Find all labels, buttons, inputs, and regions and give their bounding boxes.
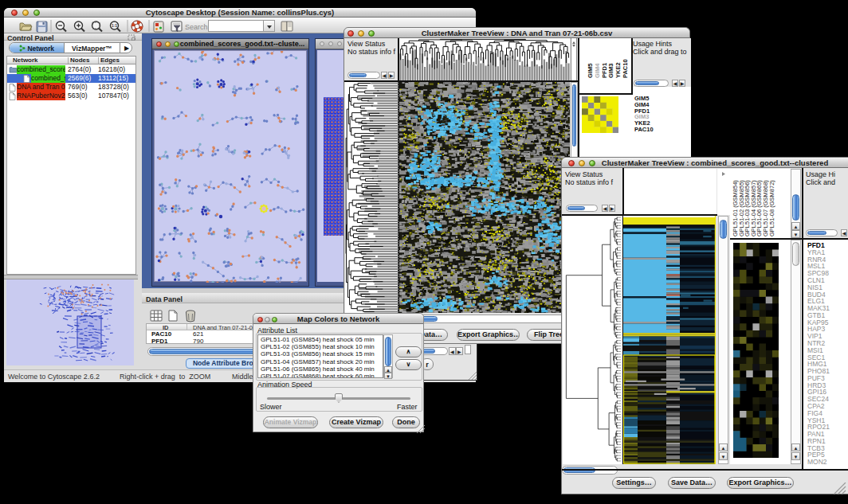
- svg-text:1:1: 1:1: [112, 23, 117, 28]
